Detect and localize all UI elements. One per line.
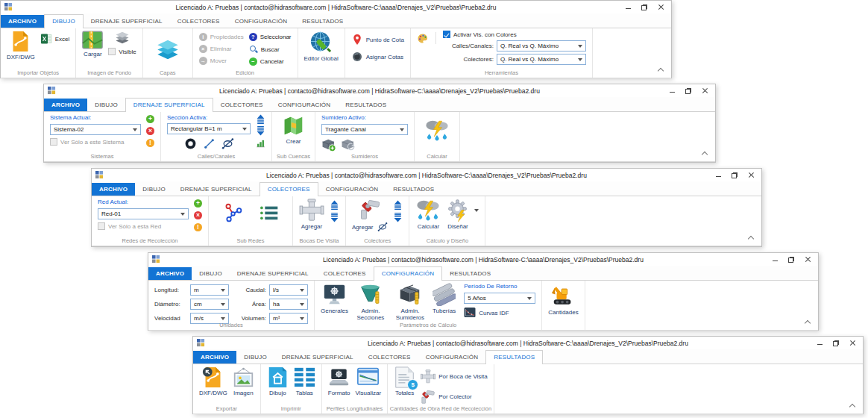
tab-colectores[interactable]: COLECTORES — [170, 15, 227, 28]
visible-checkbox-row[interactable]: Visible — [108, 48, 136, 55]
crear-button[interactable]: Crear — [283, 115, 304, 145]
tab-configuracion[interactable]: CONFIGURACIÓN — [271, 99, 339, 111]
minimize-icon[interactable] — [817, 344, 823, 345]
close-icon[interactable] — [702, 88, 708, 94]
caudal-select[interactable]: l/s — [269, 284, 308, 296]
close-icon[interactable] — [805, 257, 811, 263]
restore-icon[interactable] — [685, 88, 691, 94]
tab-colectores[interactable]: COLECTORES — [213, 99, 271, 111]
tab-colectores[interactable]: COLECTORES — [361, 351, 418, 364]
minimize-icon[interactable] — [626, 8, 631, 9]
remove-button[interactable]: × — [146, 127, 154, 135]
ver-solo-checkbox[interactable] — [50, 138, 57, 146]
line-tool-icon[interactable] — [203, 137, 216, 150]
chart-icon[interactable] — [256, 138, 265, 148]
visible-checkbox[interactable] — [108, 48, 116, 55]
info-button[interactable]: ! — [146, 139, 154, 147]
restore-icon[interactable] — [788, 257, 794, 263]
disenar-button[interactable]: Diseñar — [446, 199, 469, 230]
ver-solo-row[interactable]: Ver Sólo a este Sistema — [50, 138, 141, 146]
add-button[interactable]: + — [146, 115, 154, 123]
tab-archivo[interactable]: ARCHIVO — [193, 351, 236, 364]
curve-tool-icon[interactable] — [377, 222, 388, 232]
totales-button[interactable]: $ Totales — [394, 366, 415, 396]
title-bar[interactable]: Licenciado A: Pruebas | contacto@hidraso… — [148, 253, 818, 266]
title-bar[interactable]: Licenciado A: Pruebas | contacto@hidraso… — [92, 169, 761, 181]
tab-resultados[interactable]: RESULTADOS — [295, 15, 350, 28]
area-select[interactable]: ha — [269, 299, 308, 310]
cancelar-button[interactable]: −Cancelar — [249, 57, 292, 66]
tab-resultados[interactable]: RESULTADOS — [485, 350, 543, 364]
red-select[interactable]: Red-01 — [98, 208, 189, 219]
tab-resultados[interactable]: RESULTADOS — [386, 183, 441, 196]
punto-de-cota-button[interactable]: Punto de Cota — [351, 34, 404, 46]
periodo-select[interactable]: 5 Años — [464, 293, 535, 304]
tab-drenaje-superficial[interactable]: DRENAJE SUPERFICIAL — [84, 15, 170, 28]
remove-button[interactable]: × — [194, 211, 202, 219]
tablas-print-button[interactable]: Tablas — [294, 366, 315, 396]
replace-sumidero-icon[interactable] — [341, 138, 356, 152]
tab-dibujo[interactable]: DIBUJO — [135, 183, 173, 196]
title-bar[interactable]: Licenciado A: Pruebas | contacto@hidraso… — [193, 337, 863, 349]
restore-icon[interactable] — [641, 4, 647, 10]
tab-archivo[interactable]: ARCHIVO — [148, 267, 192, 280]
agregar-colector-button[interactable]: Agregar — [352, 199, 388, 232]
agregar-boca-button[interactable]: Agregar — [299, 199, 324, 230]
tab-archivo[interactable]: ARCHIVO — [92, 183, 135, 196]
restore-icon[interactable] — [732, 172, 738, 178]
tab-drenaje-superficial[interactable]: DRENAJE SUPERFICIAL — [125, 98, 213, 112]
generales-button[interactable]: Generales — [321, 283, 348, 314]
activar-vis-checkbox[interactable] — [443, 31, 450, 38]
tab-dibujo[interactable]: DIBUJO — [236, 351, 274, 364]
calcular-button[interactable]: Calcular — [415, 199, 441, 230]
tuberias-button[interactable]: Tuberías — [433, 283, 456, 314]
title-bar[interactable]: Licenciado A: Pruebas | contacto@hidraso… — [1, 1, 671, 13]
capas-icon[interactable] — [155, 39, 180, 62]
por-colector-button[interactable]: Por Colector — [421, 390, 488, 404]
por-boca-button[interactable]: Por Boca de Visita — [421, 369, 488, 384]
close-icon[interactable] — [658, 4, 664, 10]
formato-button[interactable]: Formato — [328, 366, 350, 396]
minimize-icon[interactable] — [716, 176, 721, 177]
curve-tool-icon[interactable] — [221, 137, 234, 150]
tab-dibujo[interactable]: DIBUJO — [44, 14, 84, 28]
list-icon[interactable] — [260, 205, 279, 221]
chevron-down-icon[interactable] — [474, 209, 479, 214]
dxf-dwg-button[interactable]: DXF/DWG — [7, 31, 35, 60]
lower-icon[interactable] — [330, 213, 339, 222]
admin-secciones-button[interactable]: Admin. Secciones — [353, 283, 388, 321]
seccion-select[interactable]: Rectangular B=1 m — [167, 123, 251, 134]
dxf-dwg-export-button[interactable]: DXF/DWG — [199, 366, 227, 396]
tab-configuracion[interactable]: CONFIGURACIÓN — [374, 266, 443, 281]
tab-drenaje-superficial[interactable]: DRENAJE SUPERFICIAL — [274, 351, 361, 364]
info-button[interactable]: ! — [194, 223, 202, 231]
longitud-select[interactable]: m — [190, 284, 229, 296]
tab-configuracion[interactable]: CONFIGURACIÓN — [227, 15, 295, 28]
lower-icon[interactable] — [393, 213, 403, 222]
calles-canales-select[interactable]: Q. Real vs Q. Máximo — [497, 40, 586, 52]
tab-resultados[interactable]: RESULTADOS — [442, 267, 498, 280]
visualizar-button[interactable]: Visualizar — [356, 366, 382, 396]
cantidades-button[interactable]: Cantidades — [548, 284, 578, 316]
activar-vis-row[interactable]: Activar Vis. con Colores — [443, 31, 586, 38]
close-icon[interactable] — [748, 172, 754, 178]
palette-icon[interactable] — [417, 33, 429, 45]
tab-drenaje-superficial[interactable]: DRENAJE SUPERFICIAL — [173, 183, 260, 196]
sistema-select[interactable]: Sistema-02 — [50, 124, 141, 135]
raise-icon[interactable] — [256, 114, 265, 124]
lower-icon[interactable] — [256, 126, 265, 136]
tab-configuracion[interactable]: CONFIGURACIÓN — [418, 351, 486, 364]
tab-archivo[interactable]: ARCHIVO — [44, 99, 87, 111]
tab-colectores[interactable]: COLECTORES — [316, 267, 374, 280]
tab-archivo[interactable]: ARCHIVO — [1, 15, 44, 28]
restore-icon[interactable] — [833, 340, 839, 346]
curvas-idf-button[interactable]: Curvas IDF — [464, 307, 535, 319]
tab-configuracion[interactable]: CONFIGURACIÓN — [318, 183, 386, 196]
editor-global-button[interactable]: Editor Global — [304, 31, 339, 62]
ver-solo-checkbox[interactable] — [98, 222, 105, 230]
tab-dibujo[interactable]: DIBUJO — [192, 267, 230, 280]
minimize-icon[interactable] — [670, 92, 675, 93]
ver-solo-row[interactable]: Ver Sólo a esta Red — [98, 222, 189, 230]
colectores-select[interactable]: Q. Real vs Q. Máximo — [497, 54, 586, 65]
cargar-button[interactable]: Cargar — [82, 31, 103, 57]
